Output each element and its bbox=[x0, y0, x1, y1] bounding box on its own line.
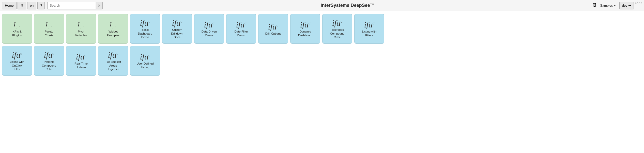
tile-listing-with-filters[interactable]: ifaαListing with Filters bbox=[354, 14, 384, 44]
tile-label-user-defined-listing: User Defined Listing bbox=[136, 62, 154, 69]
tile-data-driven-colors[interactable]: ifaαData Driven Colors bbox=[194, 14, 224, 44]
tile-icon-kpis-plugins: ï,, “ bbox=[14, 21, 20, 29]
tile-dynamic-dashboard[interactable]: ifaαDynamic Dashboard bbox=[290, 14, 320, 44]
tile-label-listing-onclick-filter: Listing with OnClick Filter bbox=[10, 60, 24, 71]
tile-patients-compound-cube[interactable]: ifaαPatients Compound Cube bbox=[34, 46, 64, 76]
tile-label-widget-examples: Widget Examples bbox=[107, 30, 120, 37]
tile-icon-data-driven-colors: ifaα bbox=[204, 21, 214, 29]
tile-icon-widget-examples: ï,, “ bbox=[110, 21, 116, 29]
tile-icon-two-subject-areas: ifaα bbox=[108, 51, 118, 59]
tile-icon-date-filter-demo: ifaα bbox=[236, 21, 246, 29]
tile-label-patients-compound-cube: Patients Compound Cube bbox=[42, 60, 56, 71]
tile-icon-user-defined-listing: ifaα bbox=[140, 53, 150, 61]
tile-kpis-plugins[interactable]: ï,, “KPIs & Plugins bbox=[2, 14, 32, 44]
navbar: Home ⚙ en ? ✕ InterSystems DeepSee™ 🗄 Sa… bbox=[0, 0, 644, 11]
samples-button[interactable]: Samples ▾ bbox=[597, 3, 618, 8]
tile-label-date-filter-demo: Date Filter Demo bbox=[234, 30, 248, 37]
settings-button[interactable]: ⚙ bbox=[18, 2, 26, 9]
tile-icon-listing-with-filters: ifaα bbox=[364, 21, 374, 29]
search-container: ✕ bbox=[47, 2, 103, 9]
tile-date-filter-demo[interactable]: ifaαDate Filter Demo bbox=[226, 14, 256, 44]
tile-icon-drill-options: ifaα bbox=[268, 23, 278, 31]
app-title: InterSystems DeepSee™ bbox=[104, 3, 591, 8]
tile-icon-basic-dashboard-demo: ifaα bbox=[140, 19, 150, 27]
tile-icon-patients-compound-cube: ifaα bbox=[44, 51, 54, 59]
tile-label-kpis-plugins: KPIs & Plugins bbox=[12, 30, 22, 37]
tile-drill-options[interactable]: ifaαDrill Options bbox=[258, 14, 288, 44]
tile-custom-drilldown-spec[interactable]: ifaαCustom Drilldown Spec bbox=[162, 14, 192, 44]
tile-pivot-variables[interactable]: ï,, “Pivot Variables bbox=[66, 14, 96, 44]
search-input[interactable] bbox=[47, 2, 96, 9]
tile-user-defined-listing[interactable]: ifaαUser Defined Listing bbox=[130, 46, 160, 76]
version-label: 1.4.47 bbox=[635, 2, 642, 4]
tile-label-dynamic-dashboard: Dynamic Dashboard bbox=[298, 30, 312, 37]
tile-label-pivot-variables: Pivot Variables bbox=[75, 30, 87, 37]
help-button[interactable]: ? bbox=[37, 2, 45, 9]
tile-label-drill-options: Drill Options bbox=[265, 32, 281, 36]
tile-label-holefoods-compound-cube: Holefoods Compound Cube bbox=[330, 28, 344, 39]
tile-label-real-time-updates: Real Time Updates bbox=[74, 62, 88, 69]
tile-label-listing-with-filters: Listing with Filters bbox=[362, 30, 377, 37]
tile-widget-examples[interactable]: ï,, “Widget Examples bbox=[98, 14, 128, 44]
search-clear-button[interactable]: ✕ bbox=[96, 2, 103, 9]
tile-pareto-charts[interactable]: ï,, “Pareto Charts bbox=[34, 14, 64, 44]
lang-button[interactable]: en bbox=[27, 2, 36, 9]
tile-label-data-driven-colors: Data Driven Colors bbox=[202, 30, 217, 37]
tile-icon-holefoods-compound-cube: ifaα bbox=[332, 19, 342, 27]
tile-icon-pivot-variables: ï,, “ bbox=[78, 21, 84, 29]
db-icon: 🗄 bbox=[592, 3, 596, 8]
samples-chevron-icon: ▾ bbox=[614, 4, 616, 7]
tile-two-subject-areas[interactable]: ifaαTwo Subject Areas Together bbox=[98, 46, 128, 76]
tile-label-pareto-charts: Pareto Charts bbox=[45, 30, 53, 37]
tile-label-basic-dashboard-demo: Basic Dashboard Demo bbox=[138, 28, 152, 39]
tile-listing-onclick-filter[interactable]: ifaαListing with OnClick Filter bbox=[2, 46, 32, 76]
tile-icon-real-time-updates: ifaα bbox=[76, 53, 86, 61]
tile-icon-dynamic-dashboard: ifaα bbox=[300, 21, 310, 29]
tile-icon-custom-drilldown-spec: ifaα bbox=[172, 19, 182, 27]
tile-holefoods-compound-cube[interactable]: ifaαHolefoods Compound Cube bbox=[322, 14, 352, 44]
samples-label: Samples bbox=[600, 4, 613, 7]
tile-real-time-updates[interactable]: ifaαReal Time Updates bbox=[66, 46, 96, 76]
tile-label-two-subject-areas: Two Subject Areas Together bbox=[105, 60, 121, 71]
grid-container: ï,, “KPIs & Pluginsï,, “Pareto Chartsï,,… bbox=[0, 11, 644, 78]
row2: ifaαListing with OnClick FilterifaαPatie… bbox=[2, 46, 642, 76]
dev-button[interactable]: dev ➜ bbox=[619, 2, 634, 9]
tile-icon-listing-onclick-filter: ifaα bbox=[12, 51, 22, 59]
home-button[interactable]: Home bbox=[2, 2, 17, 9]
tile-label-custom-drilldown-spec: Custom Drilldown Spec bbox=[171, 28, 183, 39]
tile-basic-dashboard-demo[interactable]: ifaαBasic Dashboard Demo bbox=[130, 14, 160, 44]
tile-icon-pareto-charts: ï,, “ bbox=[46, 21, 52, 29]
row1: ï,, “KPIs & Pluginsï,, “Pareto Chartsï,,… bbox=[2, 14, 642, 44]
